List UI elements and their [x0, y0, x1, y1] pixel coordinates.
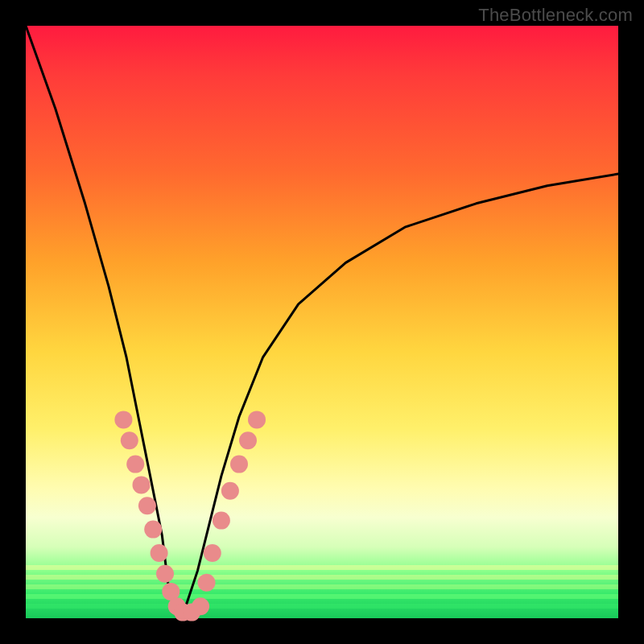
plot-area: [26, 26, 618, 618]
data-marker: [198, 574, 216, 592]
data-marker: [121, 431, 138, 449]
data-marker: [133, 476, 151, 493]
data-marker: [156, 565, 174, 583]
chart-frame: TheBottleneck.com: [0, 0, 644, 644]
data-marker: [126, 456, 144, 473]
data-marker: [138, 497, 156, 514]
data-marker: [144, 521, 162, 539]
data-marker: [239, 431, 257, 449]
data-marker: [204, 544, 221, 562]
data-marker: [213, 512, 230, 530]
data-marker: [151, 544, 168, 562]
curve-layer: [26, 26, 618, 618]
bottleneck-curve: [26, 26, 618, 618]
data-marker: [248, 411, 266, 428]
watermark-text: TheBottleneck.com: [478, 5, 633, 26]
data-marker: [221, 482, 239, 500]
data-marker: [230, 456, 248, 473]
data-marker: [192, 597, 209, 615]
data-marker: [114, 411, 132, 428]
